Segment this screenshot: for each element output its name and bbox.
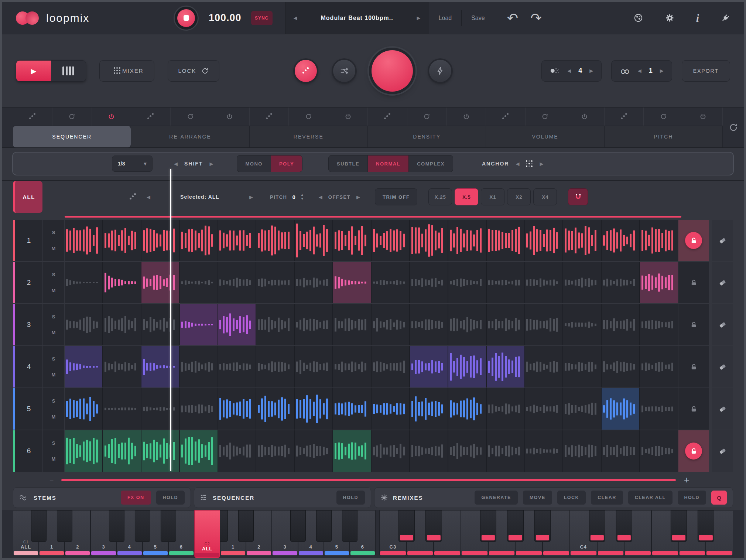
waveform-lane[interactable] [65, 430, 678, 472]
loop-segment[interactable] [65, 304, 102, 345]
clear-button[interactable]: CLEAR [591, 491, 623, 505]
loop-segment[interactable] [410, 346, 448, 387]
power-icon[interactable] [92, 107, 131, 126]
loop-prev-icon[interactable]: ◀ [638, 68, 641, 74]
offset-right-icon[interactable]: ▶ [356, 194, 360, 200]
solo-button[interactable]: S [52, 314, 55, 320]
piano-key-white[interactable]: C2ALL [194, 510, 220, 558]
loop-segment[interactable] [65, 430, 102, 472]
loop-icon[interactable] [289, 107, 328, 126]
piano-key-black[interactable] [698, 510, 714, 542]
settings-gear-icon[interactable] [665, 13, 675, 23]
loop-segment[interactable] [372, 388, 409, 430]
loop-segment[interactable] [333, 346, 371, 387]
refresh-all-icon[interactable] [723, 107, 744, 147]
export-button[interactable]: EXPORT [682, 60, 730, 82]
track-erase-button[interactable] [712, 430, 733, 472]
track-number[interactable]: 6 [15, 430, 42, 472]
loop-segment[interactable] [487, 346, 524, 387]
midi-plug-icon[interactable] [721, 13, 730, 23]
mono-button[interactable]: MONO [237, 156, 271, 172]
bpm-display[interactable]: 100.00 [209, 12, 242, 24]
piano-key-black[interactable] [135, 510, 150, 542]
loop-icon[interactable] [644, 107, 683, 126]
loop-segment[interactable] [180, 262, 218, 303]
undo-button[interactable]: ↶ [507, 11, 518, 25]
remove-pattern-button[interactable]: – [50, 476, 53, 484]
info-icon[interactable]: i [696, 12, 699, 24]
loop-segment[interactable] [141, 388, 179, 430]
track-number[interactable]: 3 [15, 304, 42, 345]
loop-icon[interactable] [526, 107, 565, 126]
track-erase-button[interactable] [712, 220, 733, 261]
loop-segment[interactable] [295, 346, 332, 387]
loop-segment[interactable] [602, 388, 639, 430]
power-icon[interactable] [683, 107, 723, 126]
subtle-button[interactable]: SUBTLE [329, 156, 368, 172]
solo-button[interactable]: S [52, 398, 55, 404]
loop-segment[interactable] [180, 346, 218, 387]
preset-name[interactable]: Modular Beat 100bpm.. [321, 15, 393, 21]
loop-segment[interactable] [65, 346, 102, 387]
loop-segment[interactable] [410, 430, 448, 472]
keys-view-button[interactable] [51, 61, 86, 81]
stems-hold-button[interactable]: HOLD [156, 491, 185, 505]
complex-button[interactable]: COMPLEX [409, 156, 453, 172]
shuffle-button[interactable] [333, 60, 355, 82]
anchor-left-icon[interactable]: ◀ [516, 161, 519, 167]
loop-segment[interactable] [295, 388, 332, 430]
loop-segment[interactable] [487, 262, 524, 303]
preset-prev-icon[interactable]: ◀ [294, 15, 297, 21]
play-view-button[interactable]: ▶ [16, 61, 51, 81]
piano-key-black[interactable] [534, 510, 551, 542]
track-lock-button[interactable] [678, 220, 709, 261]
random-sphere-icon[interactable] [633, 13, 643, 23]
rate-dropdown[interactable]: 1/8▼ [112, 156, 153, 172]
mute-button[interactable]: M [52, 372, 56, 378]
piano-key-black[interactable] [398, 510, 415, 542]
solo-button[interactable]: S [52, 272, 55, 277]
tab-re-arrange[interactable]: RE-ARRANGE [131, 126, 249, 147]
loop-segment[interactable] [295, 262, 332, 303]
loop-segment[interactable] [410, 220, 448, 261]
loop-segment[interactable] [372, 430, 409, 472]
loop-icon[interactable] [171, 107, 210, 126]
mute-button[interactable]: M [52, 414, 56, 420]
shift-right-icon[interactable]: ▶ [209, 161, 213, 167]
loop-segment[interactable] [65, 262, 102, 303]
power-icon[interactable] [447, 107, 486, 126]
solo-button[interactable]: S [52, 230, 55, 235]
clear-all-button[interactable]: CLEAR ALL [628, 491, 673, 505]
loop-segment[interactable] [602, 304, 639, 345]
random-dice-icon[interactable] [131, 107, 171, 126]
loop-segment[interactable] [103, 346, 141, 387]
stop-button[interactable] [175, 7, 198, 30]
pattern-next-icon[interactable]: ▶ [589, 68, 593, 74]
loop-segment[interactable] [103, 262, 141, 303]
piano-key-black[interactable] [425, 510, 442, 542]
loop-segment[interactable] [602, 346, 639, 387]
loop-segment[interactable] [525, 430, 563, 472]
loop-segment[interactable] [448, 304, 486, 345]
random-dice-icon[interactable] [250, 107, 289, 126]
loop-segment[interactable] [218, 304, 256, 345]
loop-segment[interactable] [448, 430, 486, 472]
instant-button[interactable] [429, 60, 451, 82]
track-lock-button[interactable] [678, 262, 709, 303]
loop-segment[interactable] [372, 220, 409, 261]
loop-icon[interactable] [407, 107, 447, 126]
move-button[interactable]: MOVE [523, 491, 552, 505]
loop-segment[interactable] [256, 304, 294, 345]
random-dice-icon[interactable] [486, 107, 526, 126]
load-button[interactable]: Load [429, 2, 462, 34]
tab-volume[interactable]: VOLUME [486, 126, 604, 147]
loop-segment[interactable] [640, 220, 678, 261]
loop-segment[interactable] [410, 262, 448, 303]
loop-segment[interactable] [333, 304, 371, 345]
scale-x25-button[interactable]: X.25 [428, 188, 452, 205]
anchor-right-icon[interactable]: ▶ [540, 161, 543, 167]
tab-pitch[interactable]: PITCH [605, 126, 723, 147]
loop-segment[interactable] [256, 262, 294, 303]
loop-segment[interactable] [487, 430, 524, 472]
loop-segment[interactable] [563, 388, 601, 430]
